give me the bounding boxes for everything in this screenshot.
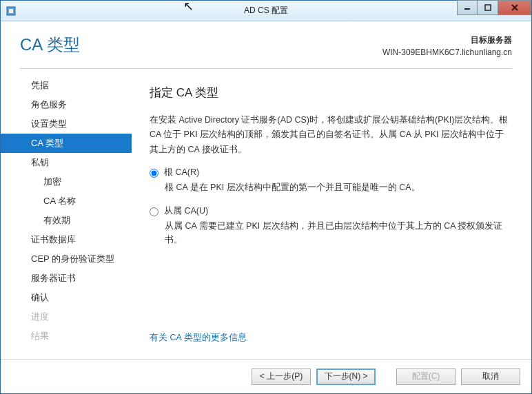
- svg-rect-3: [485, 5, 491, 10]
- sidebar-item-3[interactable]: CA 类型: [1, 134, 132, 153]
- sidebar-item-1[interactable]: 角色服务: [1, 95, 132, 114]
- window-controls: [457, 0, 531, 15]
- app-icon: [5, 5, 17, 17]
- root-ca-radio-row[interactable]: 根 CA(R): [150, 167, 511, 178]
- prev-button[interactable]: < 上一步(P): [252, 369, 311, 385]
- main-heading: 指定 CA 类型: [150, 85, 511, 101]
- content-area: CA 类型 目标服务器 WIN-309EBHMK6C7.lichunliang.…: [1, 21, 531, 393]
- target-server-label: 目标服务器: [382, 34, 512, 46]
- sub-ca-radio-row[interactable]: 从属 CA(U): [150, 205, 511, 217]
- sidebar-item-9[interactable]: CEP 的身份验证类型: [1, 249, 132, 269]
- sidebar-item-6[interactable]: CA 名称: [1, 191, 132, 211]
- maximize-button[interactable]: [478, 0, 498, 15]
- main-description: 在安装 Active Directory 证书服务(AD CS)时，将创建或扩展…: [150, 113, 511, 157]
- main-panel: 指定 CA 类型 在安装 Active Directory 证书服务(AD CS…: [132, 76, 531, 359]
- root-ca-desc: 根 CA 是在 PKI 层次结构中配置的第一个并且可能是唯一的 CA。: [165, 180, 511, 194]
- sidebar-item-8[interactable]: 证书数据库: [1, 230, 132, 249]
- sub-ca-label: 从属 CA(U): [164, 205, 208, 217]
- cancel-button[interactable]: 取消: [461, 369, 520, 385]
- sidebar-item-0[interactable]: 凭据: [1, 76, 132, 95]
- next-button[interactable]: 下一步(N) >: [316, 369, 376, 385]
- sidebar-item-13: 结果: [1, 326, 132, 346]
- target-server-block: 目标服务器 WIN-309EBHMK6C7.lichunliang.cn: [382, 34, 512, 59]
- sidebar-item-10[interactable]: 服务器证书: [1, 269, 132, 288]
- sidebar-item-11[interactable]: 确认: [1, 288, 132, 307]
- root-ca-radio[interactable]: [150, 169, 158, 178]
- sidebar: 凭据角色服务设置类型CA 类型私钥加密CA 名称有效期证书数据库CEP 的身份验…: [1, 76, 132, 359]
- more-info-link[interactable]: 有关 CA 类型的更多信息: [150, 332, 511, 352]
- svg-rect-1: [9, 9, 13, 13]
- sub-ca-radio[interactable]: [150, 207, 158, 216]
- root-ca-label: 根 CA(R): [164, 167, 199, 178]
- page-title: CA 类型: [20, 34, 80, 56]
- footer: < 上一步(P) 下一步(N) > 配置(C) 取消: [1, 359, 531, 393]
- sub-ca-desc: 从属 CA 需要已建立 PKI 层次结构，并且已由层次结构中位于其上方的 CA …: [165, 219, 511, 247]
- sidebar-item-4[interactable]: 私钥: [1, 153, 132, 172]
- sidebar-item-12: 进度: [1, 307, 132, 326]
- close-button[interactable]: [498, 0, 531, 15]
- wizard-window: AD CS 配置 ↖ CA 类型 目标服务器 WIN-309EBHMK6C7.l…: [0, 0, 532, 394]
- sidebar-item-2[interactable]: 设置类型: [1, 114, 132, 134]
- minimize-button[interactable]: [457, 0, 478, 15]
- target-server-value: WIN-309EBHMK6C7.lichunliang.cn: [382, 46, 512, 59]
- titlebar[interactable]: AD CS 配置 ↖: [1, 1, 531, 21]
- cursor-icon: ↖: [183, 0, 194, 14]
- configure-button[interactable]: 配置(C): [396, 369, 456, 385]
- body-zone: 凭据角色服务设置类型CA 类型私钥加密CA 名称有效期证书数据库CEP 的身份验…: [1, 69, 531, 359]
- sidebar-item-7[interactable]: 有效期: [1, 211, 132, 230]
- window-title: AD CS 配置: [244, 5, 288, 17]
- sidebar-item-5[interactable]: 加密: [1, 172, 132, 191]
- header-zone: CA 类型 目标服务器 WIN-309EBHMK6C7.lichunliang.…: [1, 21, 531, 63]
